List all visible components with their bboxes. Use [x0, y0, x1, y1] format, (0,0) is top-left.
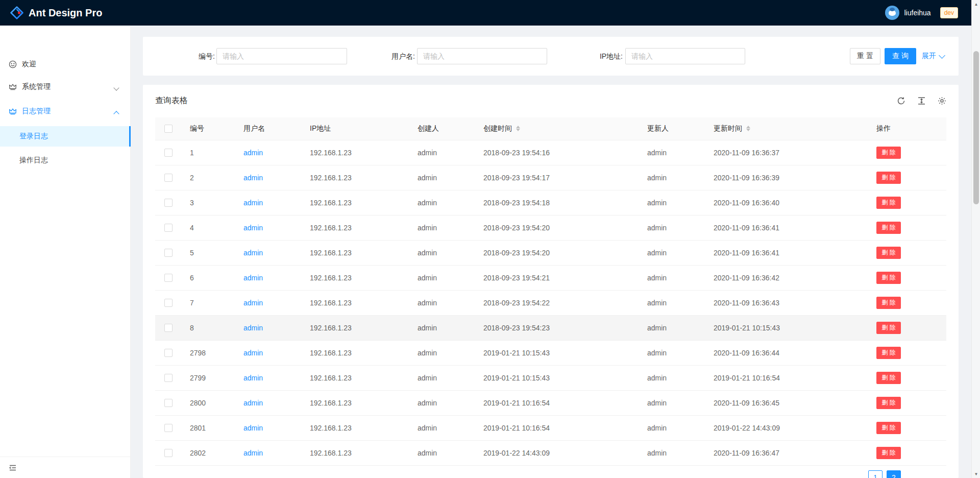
- cell-updated-time: 2020-11-09 16:36:37: [705, 140, 868, 165]
- id-input[interactable]: [216, 48, 347, 64]
- username-link[interactable]: admin: [243, 149, 263, 157]
- delete-button[interactable]: 删 除: [876, 347, 901, 359]
- row-checkbox[interactable]: [164, 299, 173, 307]
- delete-button[interactable]: 删 除: [876, 322, 901, 334]
- username-link[interactable]: admin: [243, 424, 263, 432]
- reset-button[interactable]: 重 置: [850, 48, 880, 64]
- row-checkbox[interactable]: [164, 199, 173, 207]
- col-header-updated[interactable]: 更新时间: [705, 117, 868, 140]
- cell-updater: admin: [639, 440, 705, 465]
- table-row: 5 admin 192.168.1.23 admin 2018-09-23 19…: [155, 240, 946, 265]
- cell-created-time: 2019-01-21 10:15:43: [475, 365, 639, 390]
- expand-link[interactable]: 展开: [922, 48, 944, 64]
- table-row: 6 admin 192.168.1.23 admin 2018-09-23 19…: [155, 265, 946, 290]
- delete-button[interactable]: 删 除: [876, 422, 901, 434]
- row-checkbox[interactable]: [164, 349, 173, 357]
- row-checkbox[interactable]: [164, 424, 173, 432]
- username-link[interactable]: admin: [243, 249, 263, 257]
- settings-gear-icon[interactable]: [938, 97, 946, 105]
- sidebar-item-login-log[interactable]: 登录日志: [0, 126, 131, 147]
- username-input[interactable]: [417, 48, 547, 64]
- delete-button[interactable]: 删 除: [876, 297, 901, 309]
- table-row: 2801 admin 192.168.1.23 admin 2019-01-21…: [155, 415, 946, 440]
- delete-button[interactable]: 删 除: [876, 147, 901, 159]
- username-link[interactable]: admin: [243, 174, 263, 182]
- username-link[interactable]: admin: [243, 399, 263, 407]
- cell-updater: admin: [639, 165, 705, 190]
- delete-button[interactable]: 删 除: [876, 172, 901, 184]
- username-link[interactable]: admin: [243, 374, 263, 382]
- sidebar-item-label: 系统管理: [22, 82, 51, 91]
- row-checkbox[interactable]: [164, 149, 173, 157]
- username-link[interactable]: admin: [243, 324, 263, 332]
- cell-updater: admin: [639, 140, 705, 165]
- field-label-ip: IP地址:: [561, 48, 623, 64]
- col-header-actions: 操作: [868, 117, 946, 140]
- col-header-created[interactable]: 创建时间: [475, 117, 639, 140]
- query-button[interactable]: 查 询: [885, 48, 916, 64]
- username-label[interactable]: liufeihua: [904, 9, 930, 17]
- user-avatar[interactable]: [885, 6, 899, 20]
- density-icon[interactable]: [917, 97, 926, 105]
- username-link[interactable]: admin: [243, 224, 263, 232]
- cell-ip: 192.168.1.23: [302, 240, 409, 265]
- logo[interactable]: Ant Design Pro: [0, 6, 102, 19]
- delete-button[interactable]: 删 除: [876, 222, 901, 234]
- row-checkbox[interactable]: [164, 374, 173, 382]
- sidebar-item-system-mgmt[interactable]: 系统管理: [0, 77, 131, 97]
- row-checkbox[interactable]: [164, 174, 173, 182]
- cell-created-time: 2018-09-23 19:54:22: [475, 290, 639, 315]
- cell-creator: admin: [409, 240, 475, 265]
- username-link[interactable]: admin: [243, 449, 263, 457]
- row-checkbox[interactable]: [164, 274, 173, 282]
- delete-button[interactable]: 删 除: [876, 372, 901, 384]
- cell-ip: 192.168.1.23: [302, 365, 409, 390]
- row-checkbox[interactable]: [164, 224, 173, 232]
- sidebar-item-welcome[interactable]: 欢迎: [0, 54, 131, 75]
- delete-button[interactable]: 删 除: [876, 397, 901, 409]
- row-checkbox[interactable]: [164, 324, 173, 332]
- cell-created-time: 2018-09-23 19:54:18: [475, 190, 639, 215]
- delete-button[interactable]: 删 除: [876, 447, 901, 459]
- username-link[interactable]: admin: [243, 299, 263, 307]
- col-header-ip: IP地址: [302, 117, 409, 140]
- sidebar-item-operation-log[interactable]: 操作日志: [0, 150, 131, 171]
- row-checkbox[interactable]: [164, 449, 173, 457]
- cell-creator: admin: [409, 265, 475, 290]
- search-form-card: 编号: 用户名: IP地址: 重 置 查 询 展开: [143, 37, 959, 76]
- cell-created-time: 2019-01-21 10:16:54: [475, 390, 639, 415]
- vertical-scrollbar[interactable]: ▲ ▼: [971, 0, 980, 478]
- cell-updated-time: 2019-01-21 10:16:54: [705, 365, 868, 390]
- cell-created-time: 2018-09-23 19:54:20: [475, 240, 639, 265]
- cell-ip: 192.168.1.23: [302, 390, 409, 415]
- cell-updated-time: 2020-11-09 16:36:40: [705, 190, 868, 215]
- cell-ip: 192.168.1.23: [302, 315, 409, 340]
- scroll-down-arrow-icon[interactable]: ▼: [972, 470, 980, 478]
- table-body: 1 admin 192.168.1.23 admin 2018-09-23 19…: [155, 140, 946, 465]
- menu-fold-icon[interactable]: [9, 464, 17, 472]
- delete-button[interactable]: 删 除: [876, 197, 901, 209]
- sort-carets-icon[interactable]: [746, 126, 750, 131]
- sidebar-item-log-mgmt[interactable]: 日志管理: [0, 101, 131, 122]
- pagination-page-2[interactable]: 2: [887, 470, 901, 478]
- sidebar-item-label: 日志管理: [22, 107, 51, 116]
- cell-creator: admin: [409, 140, 475, 165]
- scrollbar-thumb[interactable]: [973, 51, 979, 204]
- username-link[interactable]: admin: [243, 349, 263, 357]
- sidebar-item-label: 登录日志: [19, 132, 48, 141]
- username-link[interactable]: admin: [243, 274, 263, 282]
- top-header: Ant Design Pro liufeihua dev: [0, 0, 980, 26]
- delete-button[interactable]: 删 除: [876, 272, 901, 284]
- ip-input[interactable]: [625, 48, 745, 64]
- row-checkbox[interactable]: [164, 399, 173, 407]
- sort-carets-icon[interactable]: [516, 126, 520, 131]
- scroll-up-arrow-icon[interactable]: ▲: [972, 0, 980, 8]
- username-link[interactable]: admin: [243, 199, 263, 207]
- cell-created-time: 2018-09-23 19:54:16: [475, 140, 639, 165]
- delete-button[interactable]: 删 除: [876, 247, 901, 259]
- select-all-checkbox[interactable]: [164, 125, 173, 133]
- row-checkbox[interactable]: [164, 249, 173, 257]
- table-row: 2799 admin 192.168.1.23 admin 2019-01-21…: [155, 365, 946, 390]
- reload-icon[interactable]: [897, 97, 905, 105]
- pagination-page-1[interactable]: 1: [868, 470, 883, 478]
